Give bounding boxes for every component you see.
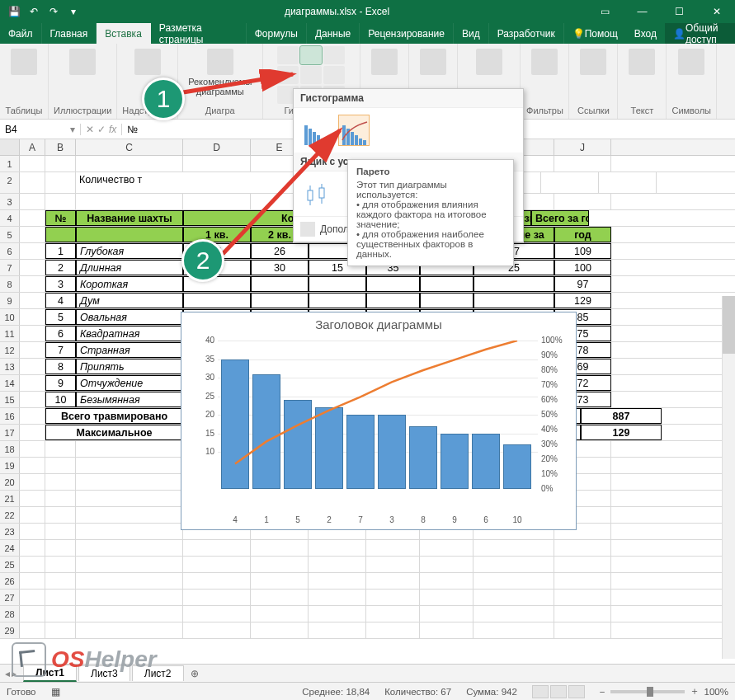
cell[interactable]: Название шахты (76, 210, 183, 226)
cell[interactable] (76, 491, 183, 506)
row-header[interactable]: 17 (0, 425, 20, 440)
tab-developer[interactable]: Разработчик (489, 23, 564, 44)
cell[interactable]: 3 (45, 276, 76, 292)
cell[interactable] (309, 590, 366, 605)
links-button[interactable] (574, 49, 612, 75)
col-header[interactable]: J (554, 139, 611, 155)
cell[interactable]: № (45, 210, 76, 226)
qa-customize-icon[interactable]: ▾ (64, 2, 82, 21)
chart-bar[interactable] (315, 407, 343, 489)
cell[interactable] (20, 606, 45, 622)
cell[interactable]: 129 (554, 293, 611, 308)
row-header[interactable]: 27 (0, 590, 20, 605)
maximize-icon[interactable]: ☐ (661, 0, 698, 23)
cell[interactable] (183, 606, 251, 622)
cell[interactable] (554, 590, 611, 605)
cell[interactable] (251, 276, 309, 292)
cell[interactable] (309, 293, 366, 308)
cell[interactable] (20, 260, 45, 275)
row-header[interactable]: 21 (0, 491, 20, 506)
chart-bar[interactable] (409, 426, 437, 490)
row-header[interactable]: 1 (0, 156, 20, 171)
combo-chart-icon[interactable] (323, 66, 345, 84)
cell[interactable] (45, 557, 76, 572)
row-header[interactable]: 24 (0, 540, 20, 556)
cell[interactable] (20, 458, 45, 473)
cell[interactable] (554, 606, 611, 622)
row-header[interactable]: 9 (0, 293, 20, 308)
cell[interactable] (554, 156, 611, 171)
cell[interactable]: 8 (45, 359, 76, 374)
fx-icon[interactable]: fx (109, 124, 116, 135)
cell[interactable] (45, 507, 76, 523)
row-header[interactable]: 25 (0, 557, 20, 572)
cell[interactable]: 7 (45, 342, 76, 358)
cell[interactable] (474, 293, 554, 308)
cell[interactable] (474, 606, 554, 622)
redo-icon[interactable]: ↷ (45, 2, 63, 21)
cell[interactable] (541, 172, 599, 193)
row-header[interactable]: 13 (0, 359, 20, 374)
chart-bar[interactable] (503, 444, 531, 489)
cell[interactable] (474, 540, 554, 556)
cell[interactable]: 4 (45, 293, 76, 308)
row-header[interactable]: 29 (0, 622, 20, 638)
cell[interactable] (251, 557, 309, 572)
cell[interactable]: Глубокая (76, 243, 183, 259)
cell[interactable] (474, 590, 554, 605)
filters-button[interactable] (525, 49, 563, 75)
cell[interactable]: 97 (554, 276, 611, 292)
cell[interactable] (45, 524, 76, 539)
cell[interactable] (309, 557, 366, 572)
cell[interactable] (474, 622, 554, 638)
cell[interactable] (20, 425, 45, 440)
tab-home[interactable]: Главная (42, 23, 97, 44)
chart-bar[interactable] (346, 415, 375, 489)
cell[interactable] (309, 606, 366, 622)
cell[interactable] (76, 156, 183, 171)
cell[interactable] (420, 622, 474, 638)
cell[interactable] (45, 573, 76, 589)
cell[interactable] (599, 172, 657, 193)
cell[interactable] (76, 622, 183, 638)
cell[interactable] (45, 441, 76, 457)
tell-me[interactable]: 💡 Помощ (564, 23, 626, 44)
row-header[interactable]: 12 (0, 342, 20, 358)
cell[interactable]: 10 (45, 392, 76, 407)
enter-icon[interactable]: ✓ (97, 124, 106, 135)
cell[interactable] (20, 309, 45, 325)
cell[interactable] (366, 590, 420, 605)
col-header[interactable]: B (45, 139, 76, 155)
cell[interactable] (20, 491, 45, 506)
cell[interactable] (420, 540, 474, 556)
cell[interactable] (474, 557, 554, 572)
row-header[interactable]: 15 (0, 392, 20, 407)
cell[interactable] (45, 622, 76, 638)
cell[interactable] (76, 441, 183, 457)
cell[interactable] (474, 276, 554, 292)
cell[interactable] (554, 573, 611, 589)
cell[interactable] (251, 606, 309, 622)
cell[interactable] (251, 573, 309, 589)
cell[interactable] (20, 172, 45, 193)
row-header[interactable]: 3 (0, 194, 20, 209)
cell[interactable]: 2 (45, 260, 76, 275)
cell[interactable] (554, 540, 611, 556)
cell[interactable] (20, 474, 45, 490)
cell[interactable] (366, 557, 420, 572)
minimize-icon[interactable]: — (624, 0, 661, 23)
zoom-out-icon[interactable]: − (600, 687, 605, 697)
cell[interactable] (20, 227, 45, 242)
cell[interactable] (76, 524, 183, 539)
chart-bar[interactable] (472, 434, 500, 490)
cell[interactable] (45, 194, 76, 209)
cell[interactable] (474, 573, 554, 589)
sign-in[interactable]: Вход (626, 23, 665, 44)
cell[interactable] (20, 540, 45, 556)
page-break-view-icon[interactable] (568, 685, 585, 698)
cell[interactable]: Безымянная (76, 392, 183, 407)
cell[interactable] (20, 441, 45, 457)
addins-button[interactable] (129, 49, 167, 75)
cell[interactable] (251, 622, 309, 638)
chart-bar[interactable] (441, 434, 469, 490)
